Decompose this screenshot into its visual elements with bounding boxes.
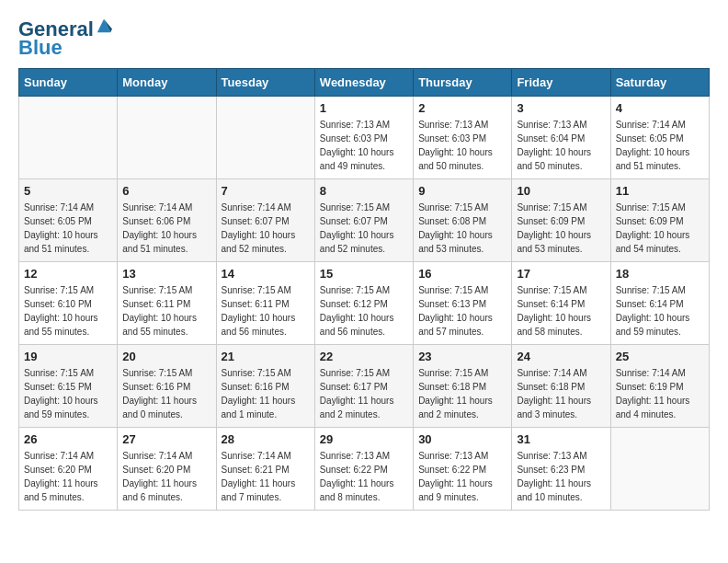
day-number: 8 (320, 184, 408, 198)
calendar-body: 1Sunrise: 7:13 AM Sunset: 6:03 PM Daylig… (19, 97, 710, 511)
day-info: Sunrise: 7:15 AM Sunset: 6:16 PM Dayligh… (222, 366, 310, 421)
day-cell: 30Sunrise: 7:13 AM Sunset: 6:22 PM Dayli… (414, 428, 512, 511)
day-number: 25 (616, 350, 704, 363)
day-info: Sunrise: 7:15 AM Sunset: 6:08 PM Dayligh… (418, 201, 506, 256)
day-cell: 28Sunrise: 7:14 AM Sunset: 6:21 PM Dayli… (216, 428, 314, 511)
day-number: 2 (418, 101, 506, 115)
day-number: 10 (517, 184, 605, 198)
day-cell: 27Sunrise: 7:14 AM Sunset: 6:20 PM Dayli… (118, 428, 216, 511)
day-cell: 23Sunrise: 7:15 AM Sunset: 6:18 PM Dayli… (414, 345, 512, 428)
day-cell: 14Sunrise: 7:15 AM Sunset: 6:11 PM Dayli… (216, 262, 314, 345)
header-day-monday: Monday (118, 69, 216, 97)
day-cell: 13Sunrise: 7:15 AM Sunset: 6:11 PM Dayli… (118, 262, 216, 345)
week-row-5: 26Sunrise: 7:14 AM Sunset: 6:20 PM Dayli… (19, 428, 710, 511)
day-info: Sunrise: 7:14 AM Sunset: 6:05 PM Dayligh… (616, 118, 704, 173)
day-info: Sunrise: 7:15 AM Sunset: 6:12 PM Dayligh… (320, 283, 408, 339)
header-day-wednesday: Wednesday (314, 69, 413, 97)
day-info: Sunrise: 7:14 AM Sunset: 6:20 PM Dayligh… (24, 449, 112, 504)
day-cell: 31Sunrise: 7:13 AM Sunset: 6:23 PM Dayli… (512, 428, 610, 511)
day-info: Sunrise: 7:15 AM Sunset: 6:14 PM Dayligh… (517, 283, 605, 339)
day-number: 3 (517, 101, 605, 115)
day-cell: 9Sunrise: 7:15 AM Sunset: 6:08 PM Daylig… (414, 179, 512, 262)
day-number: 11 (616, 184, 704, 198)
day-info: Sunrise: 7:15 AM Sunset: 6:09 PM Dayligh… (517, 201, 605, 256)
day-info: Sunrise: 7:14 AM Sunset: 6:21 PM Dayligh… (222, 449, 310, 504)
day-number: 6 (122, 184, 210, 198)
day-number: 31 (517, 432, 605, 446)
day-cell: 3Sunrise: 7:13 AM Sunset: 6:04 PM Daylig… (512, 97, 610, 179)
header-row: SundayMondayTuesdayWednesdayThursdayFrid… (19, 69, 710, 97)
calendar-table: SundayMondayTuesdayWednesdayThursdayFrid… (18, 68, 710, 511)
day-number: 17 (517, 267, 605, 281)
day-info: Sunrise: 7:13 AM Sunset: 6:03 PM Dayligh… (320, 118, 408, 173)
day-cell: 25Sunrise: 7:14 AM Sunset: 6:19 PM Dayli… (610, 345, 709, 428)
header-day-tuesday: Tuesday (216, 69, 314, 97)
day-info: Sunrise: 7:13 AM Sunset: 6:04 PM Dayligh… (517, 118, 605, 173)
day-number: 27 (122, 432, 210, 446)
day-number: 21 (222, 350, 310, 363)
day-number: 9 (418, 184, 506, 198)
day-cell: 5Sunrise: 7:14 AM Sunset: 6:05 PM Daylig… (19, 179, 118, 262)
logo-icon (96, 17, 112, 34)
day-cell: 7Sunrise: 7:14 AM Sunset: 6:07 PM Daylig… (216, 179, 314, 262)
day-number: 29 (320, 432, 408, 446)
header-day-friday: Friday (512, 69, 610, 97)
day-cell (19, 97, 118, 179)
day-number: 13 (122, 267, 210, 281)
day-cell: 20Sunrise: 7:15 AM Sunset: 6:16 PM Dayli… (118, 345, 216, 428)
day-cell: 18Sunrise: 7:15 AM Sunset: 6:14 PM Dayli… (610, 262, 709, 345)
day-number: 28 (222, 432, 310, 446)
day-cell: 29Sunrise: 7:13 AM Sunset: 6:22 PM Dayli… (314, 428, 413, 511)
logo-text-blue: Blue (18, 37, 63, 59)
day-number: 23 (418, 350, 506, 363)
header-day-saturday: Saturday (610, 69, 709, 97)
day-number: 30 (418, 432, 506, 446)
day-cell: 2Sunrise: 7:13 AM Sunset: 6:03 PM Daylig… (414, 97, 512, 179)
day-cell: 12Sunrise: 7:15 AM Sunset: 6:10 PM Dayli… (19, 262, 118, 345)
day-number: 19 (24, 350, 112, 363)
day-number: 12 (24, 267, 112, 281)
day-cell (118, 97, 216, 179)
day-number: 18 (616, 267, 704, 281)
day-cell: 15Sunrise: 7:15 AM Sunset: 6:12 PM Dayli… (314, 262, 413, 345)
day-info: Sunrise: 7:15 AM Sunset: 6:11 PM Dayligh… (222, 283, 310, 339)
day-info: Sunrise: 7:15 AM Sunset: 6:13 PM Dayligh… (418, 283, 506, 339)
day-number: 5 (24, 184, 112, 198)
calendar-header: SundayMondayTuesdayWednesdayThursdayFrid… (19, 69, 710, 97)
day-number: 4 (616, 101, 704, 115)
day-number: 15 (320, 267, 408, 281)
day-cell: 6Sunrise: 7:14 AM Sunset: 6:06 PM Daylig… (118, 179, 216, 262)
day-cell: 1Sunrise: 7:13 AM Sunset: 6:03 PM Daylig… (314, 97, 413, 179)
day-info: Sunrise: 7:14 AM Sunset: 6:06 PM Dayligh… (122, 201, 210, 256)
day-cell (216, 97, 314, 179)
day-info: Sunrise: 7:15 AM Sunset: 6:11 PM Dayligh… (122, 283, 210, 339)
day-number: 1 (320, 101, 408, 115)
day-cell: 10Sunrise: 7:15 AM Sunset: 6:09 PM Dayli… (512, 179, 610, 262)
day-info: Sunrise: 7:15 AM Sunset: 6:10 PM Dayligh… (24, 283, 112, 339)
header-day-thursday: Thursday (414, 69, 512, 97)
day-cell: 11Sunrise: 7:15 AM Sunset: 6:09 PM Dayli… (610, 179, 709, 262)
day-info: Sunrise: 7:15 AM Sunset: 6:17 PM Dayligh… (320, 366, 408, 421)
day-info: Sunrise: 7:15 AM Sunset: 6:15 PM Dayligh… (24, 366, 112, 421)
week-row-2: 5Sunrise: 7:14 AM Sunset: 6:05 PM Daylig… (19, 179, 710, 262)
day-cell (610, 428, 709, 511)
day-info: Sunrise: 7:13 AM Sunset: 6:03 PM Dayligh… (418, 118, 506, 173)
day-info: Sunrise: 7:15 AM Sunset: 6:18 PM Dayligh… (418, 366, 506, 421)
page-header: General Blue (18, 18, 710, 59)
day-number: 20 (122, 350, 210, 363)
day-number: 24 (517, 350, 605, 363)
header-day-sunday: Sunday (19, 69, 118, 97)
day-number: 22 (320, 350, 408, 363)
day-info: Sunrise: 7:15 AM Sunset: 6:09 PM Dayligh… (616, 201, 704, 256)
day-info: Sunrise: 7:13 AM Sunset: 6:23 PM Dayligh… (517, 449, 605, 504)
day-number: 26 (24, 432, 112, 446)
day-cell: 21Sunrise: 7:15 AM Sunset: 6:16 PM Dayli… (216, 345, 314, 428)
week-row-1: 1Sunrise: 7:13 AM Sunset: 6:03 PM Daylig… (19, 97, 710, 179)
day-cell: 8Sunrise: 7:15 AM Sunset: 6:07 PM Daylig… (314, 179, 413, 262)
week-row-4: 19Sunrise: 7:15 AM Sunset: 6:15 PM Dayli… (19, 345, 710, 428)
day-info: Sunrise: 7:14 AM Sunset: 6:20 PM Dayligh… (122, 449, 210, 504)
day-info: Sunrise: 7:15 AM Sunset: 6:07 PM Dayligh… (320, 201, 408, 256)
week-row-3: 12Sunrise: 7:15 AM Sunset: 6:10 PM Dayli… (19, 262, 710, 345)
day-info: Sunrise: 7:15 AM Sunset: 6:16 PM Dayligh… (122, 366, 210, 421)
day-number: 7 (222, 184, 310, 198)
